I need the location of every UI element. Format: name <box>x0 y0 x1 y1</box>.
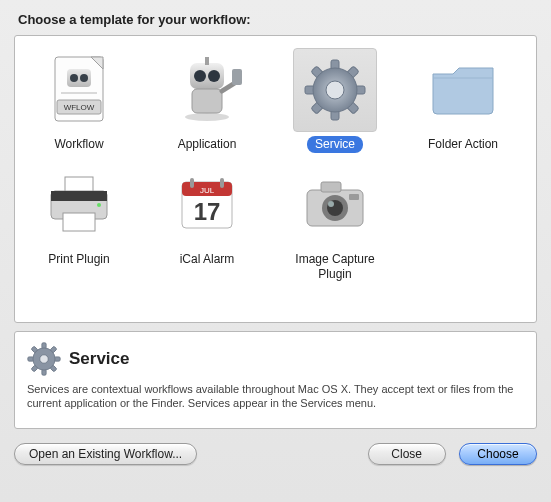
svg-point-4 <box>80 74 88 82</box>
automator-robot-icon <box>165 48 249 132</box>
template-label: Service <box>307 136 363 153</box>
template-print-plugin[interactable]: Print Plugin <box>15 163 143 283</box>
choose-button[interactable]: Choose <box>459 443 537 465</box>
service-gear-icon <box>293 48 377 132</box>
svg-rect-14 <box>232 69 242 85</box>
svg-point-22 <box>97 203 101 207</box>
svg-text:JUL: JUL <box>200 186 215 195</box>
svg-rect-34 <box>349 194 359 200</box>
template-label: Print Plugin <box>40 251 117 268</box>
svg-point-11 <box>208 70 220 82</box>
svg-point-8 <box>185 113 229 121</box>
template-label: Image Capture Plugin <box>271 251 399 283</box>
template-description-panel: Service Services are contextual workflow… <box>14 331 537 429</box>
svg-point-10 <box>194 70 206 82</box>
template-label: Application <box>170 136 245 153</box>
template-label: Workflow <box>46 136 111 153</box>
templates-panel: WFLOW Workflow <box>14 35 537 323</box>
svg-rect-20 <box>51 191 107 201</box>
svg-text:17: 17 <box>194 198 221 225</box>
svg-rect-13 <box>205 57 209 65</box>
template-ical-alarm[interactable]: JUL 17 iCal Alarm <box>143 163 271 283</box>
svg-point-44 <box>40 355 49 364</box>
svg-rect-21 <box>63 213 95 231</box>
svg-rect-27 <box>190 178 194 188</box>
svg-rect-28 <box>220 178 224 188</box>
template-image-capture-plugin[interactable]: Image Capture Plugin <box>271 163 399 283</box>
template-application[interactable]: Application <box>143 48 271 153</box>
folder-icon <box>421 48 505 132</box>
camera-icon <box>293 163 377 247</box>
template-workflow[interactable]: WFLOW Workflow <box>15 48 143 153</box>
svg-point-33 <box>328 201 334 207</box>
calendar-icon: JUL 17 <box>165 163 249 247</box>
svg-text:WFLOW: WFLOW <box>64 103 95 112</box>
template-service[interactable]: Service <box>271 48 399 153</box>
svg-point-17 <box>326 81 344 99</box>
dialog-footer: Open an Existing Workflow... Close Choos… <box>14 443 537 465</box>
description-body: Services are contextual workflows availa… <box>27 382 524 410</box>
dialog-heading: Choose a template for your workflow: <box>18 12 537 27</box>
svg-point-3 <box>70 74 78 82</box>
template-folder-action[interactable]: Folder Action <box>399 48 527 153</box>
printer-icon <box>37 163 121 247</box>
close-button[interactable]: Close <box>368 443 446 465</box>
description-title: Service <box>69 349 130 369</box>
template-label: iCal Alarm <box>172 251 243 268</box>
workflow-document-icon: WFLOW <box>37 48 121 132</box>
svg-rect-12 <box>192 89 222 113</box>
svg-rect-30 <box>321 182 341 192</box>
template-label: Folder Action <box>420 136 506 153</box>
service-gear-icon <box>27 342 61 376</box>
open-existing-workflow-button[interactable]: Open an Existing Workflow... <box>14 443 197 465</box>
